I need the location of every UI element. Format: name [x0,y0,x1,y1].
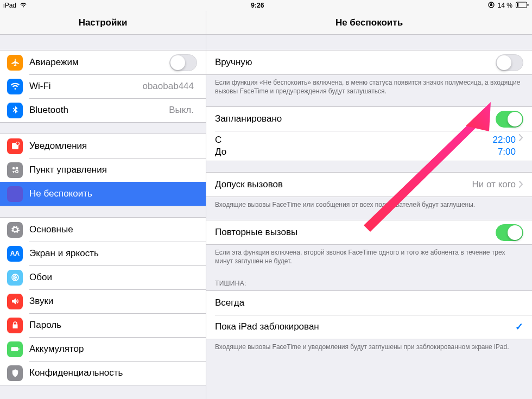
status-bar: iPad 9:26 14 % [0,0,532,11]
battery-icon [516,2,529,10]
sidebar-item-label: Экран и яркость [29,248,197,259]
sidebar-item-label: Wi-Fi [29,81,142,92]
manual-footer: Если функция «Не беспокоить» включена, в… [206,75,532,96]
svg-rect-3 [517,3,518,7]
svg-point-5 [16,142,19,145]
carrier-label: iPad [3,2,16,9]
repeated-row[interactable]: Повторные вызовы [206,220,532,244]
chevron-right-icon [519,181,523,188]
schedule-to-value: 7:00 [498,146,516,157]
sidebar-item-label: Основные [29,224,197,235]
moon-icon [7,186,23,202]
lock-icon [7,318,23,333]
sidebar-item-controlcenter[interactable]: Пункт управления [0,158,206,182]
sidebar-item-bluetooth[interactable]: BluetoothВыкл. [0,98,206,122]
sidebar-item-sounds[interactable]: Звуки [0,289,206,313]
wallpaper-icon [7,270,23,286]
battery-icon [7,341,23,357]
svg-rect-14 [18,349,20,350]
battery-percent: 14 % [498,2,512,9]
allow-calls-row[interactable]: Допуск вызовов Ни от кого [206,173,532,197]
schedule-row[interactable]: С До 22:00 7:00 [206,131,532,161]
scheduled-toggle[interactable] [496,111,523,128]
svg-rect-7 [15,167,18,170]
control-center-icon [7,162,23,178]
orientation-lock-icon [488,2,495,10]
privacy-icon [7,365,23,381]
detail-title: Не беспокоить [206,11,532,35]
schedule-to-label: До [215,146,492,157]
silence-locked-row[interactable]: Пока iPad заблокирован ✓ [206,315,532,339]
allow-calls-footer: Входящие вызовы FaceTime или сообщения о… [206,197,532,209]
sidebar-item-battery[interactable]: Аккумулятор [0,337,206,361]
sidebar-item-notifications[interactable]: Уведомления [0,134,206,158]
sidebar-item-wifi[interactable]: Wi-Fiobaobab444 [0,74,206,98]
wifi-signal-icon [20,2,27,9]
manual-label: Вручную [215,57,496,68]
check-icon: ✓ [515,321,523,333]
sidebar-item-label: Пункт управления [29,164,197,175]
sounds-icon [7,294,23,309]
svg-point-10 [14,277,16,278]
sidebar-item-label: Пароль [29,320,197,331]
display-icon: AA [7,246,23,262]
sidebar-item-label: Аккумулятор [29,344,197,354]
silence-header: ТИШИНА: [206,276,532,290]
bluetooth-icon [7,103,23,118]
sidebar-item-label: Авиарежим [29,57,169,68]
sidebar-item-display[interactable]: AAЭкран и яркость [0,242,206,265]
wifi-icon [7,79,23,94]
chevron-right-icon [519,134,523,141]
manual-toggle[interactable] [496,54,523,71]
airplane-toggle[interactable] [169,54,197,71]
sidebar-item-wallpaper[interactable]: Обои [0,265,206,289]
sidebar-item-value: obaobab444 [142,81,194,92]
sidebar-item-label: Звуки [29,296,197,307]
schedule-from-value: 22:00 [492,134,516,145]
repeated-label: Повторные вызовы [215,227,496,238]
sidebar-item-passcode[interactable]: Пароль [0,313,206,337]
sidebar-item-value: Выкл. [169,105,194,116]
svg-point-6 [12,167,15,170]
svg-rect-13 [11,347,18,351]
scheduled-label: Запланировано [215,113,496,124]
scheduled-row[interactable]: Запланировано [206,107,532,131]
silence-locked-label: Пока iPad заблокирован [215,321,515,332]
sidebar-item-label: Конфиденциальность [29,368,197,378]
detail-pane: Не беспокоить Вручную Если функция «Не б… [206,11,532,399]
svg-rect-2 [528,4,529,6]
svg-point-8 [15,170,18,173]
silence-always-row[interactable]: Всегда [206,291,532,315]
sidebar-item-label: Обои [29,272,197,283]
gear-icon [7,222,23,238]
settings-sidebar: Настройки АвиарежимWi-Fiobaobab444Blueto… [0,11,206,399]
airplane-icon [7,55,23,71]
sidebar-item-label: Не беспокоить [29,188,197,199]
sidebar-item-dnd[interactable]: Не беспокоить [0,182,206,206]
silence-footer: Входящие вызовы FaceTime и уведомления б… [206,339,532,351]
allow-calls-label: Допуск вызовов [215,179,472,190]
sidebar-title: Настройки [0,11,206,35]
repeated-toggle[interactable] [496,224,523,241]
schedule-from-label: С [215,134,492,145]
manual-row[interactable]: Вручную [206,50,532,74]
sidebar-item-privacy[interactable]: Конфиденциальность [0,361,206,385]
sidebar-item-label: Bluetooth [29,105,169,116]
sidebar-item-general[interactable]: Основные [0,218,206,242]
silence-always-label: Всегда [215,297,523,308]
sidebar-item-label: Уведомления [29,141,197,151]
sidebar-item-airplane[interactable]: Авиарежим [0,50,206,74]
clock: 9:26 [27,2,488,9]
repeated-footer: Если эта функция включена, второй звонок… [206,245,532,265]
allow-calls-value: Ни от кого [472,179,516,190]
notifications-icon [7,138,23,154]
